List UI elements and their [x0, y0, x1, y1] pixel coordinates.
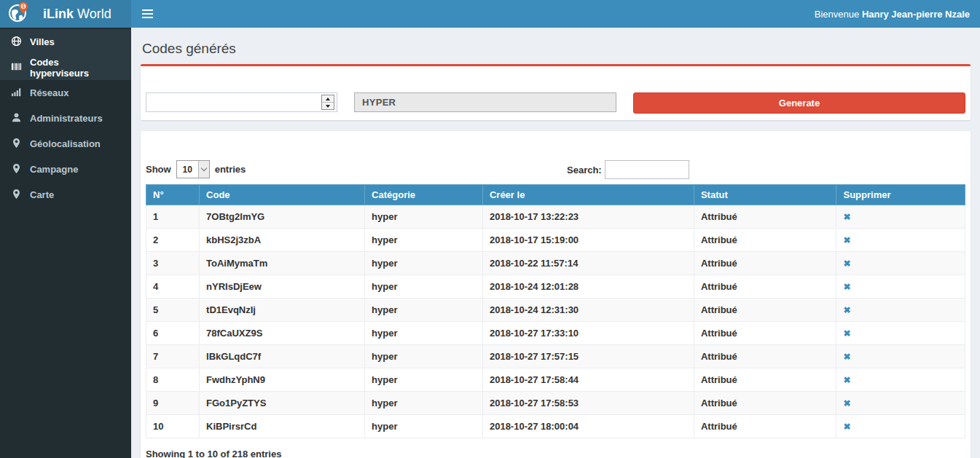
table-row: 7IBkGLqdC7fhyper2018-10-27 17:57:15Attri… [146, 345, 965, 368]
codes-table-body: 17OBtg2lmYGhyper2018-10-17 13:22:23Attri… [146, 205, 965, 438]
sidebar-item-label: Codes hyperviseurs [30, 57, 120, 79]
sidebar-item-codes-hyperviseurs[interactable]: Codes hyperviseurs [0, 55, 131, 80]
created-cell: 2018-10-27 17:58:44 [482, 368, 694, 392]
table-row: 4nYRIsDjEewhyper2018-10-24 12:01:28Attri… [146, 275, 965, 299]
delete-icon[interactable]: ✖ [843, 258, 850, 269]
code-cell: ToAiMymaTm [200, 252, 365, 275]
navbar: Bienvenue Hanry Jean-pierre Nzale [131, 0, 980, 28]
delete-icon[interactable]: ✖ [843, 375, 850, 385]
category-cell: hyper [365, 299, 483, 322]
quantity-input[interactable] [146, 92, 337, 112]
delete-cell: ✖ [836, 415, 965, 438]
sidebar-item-label: Géolocalisation [30, 138, 101, 149]
table-header-row: N° Code Catégorie Créer le Statut Suppri… [146, 185, 965, 205]
category-cell: hyper [365, 252, 483, 275]
code-cell: tD1EvqNzIj [200, 299, 365, 322]
sidebar-item-label: Villes [30, 36, 55, 47]
status-cell: Attribué [694, 368, 836, 392]
page-length-select[interactable]: 10 [176, 160, 210, 178]
barcode-icon [11, 61, 22, 74]
status-cell: Attribué [694, 299, 836, 322]
table-row: 8FwdhzYphN9hyper2018-10-27 17:58:44Attri… [146, 368, 965, 392]
category-field [354, 92, 616, 112]
delete-cell: ✖ [836, 205, 965, 229]
page-title: Codes générés [142, 41, 971, 57]
created-cell: 2018-10-24 12:31:30 [482, 299, 694, 322]
row-number-cell: 5 [146, 299, 200, 322]
sidebar-item-geolocalisation[interactable]: Géolocalisation [0, 131, 131, 157]
table-row: 9FGo1PyZTYShyper2018-10-27 17:58:53Attri… [146, 392, 965, 415]
chevron-down-icon [198, 161, 209, 178]
user-icon [11, 112, 22, 125]
status-cell: Attribué [694, 275, 836, 299]
code-cell: FwdhzYphN9 [200, 368, 365, 392]
code-cell: 7OBtg2lmYG [200, 205, 365, 229]
table-footer: Showing 1 to 10 of 218 entries Previous1… [146, 449, 965, 458]
created-cell: 2018-10-22 11:57:14 [482, 252, 694, 275]
delete-cell: ✖ [836, 392, 965, 415]
created-cell: 2018-10-24 12:01:28 [482, 275, 694, 299]
table-row: 2kbHS2j3zbAhyper2018-10-17 15:19:00Attri… [146, 229, 965, 252]
sidebar-item-campagne[interactable]: Campagne [0, 157, 131, 182]
sidebar-item-villes[interactable]: Villes [0, 29, 131, 55]
status-cell: Attribué [694, 229, 836, 252]
row-number-cell: 8 [146, 368, 200, 392]
created-cell: 2018-10-27 17:33:10 [482, 322, 694, 345]
delete-cell: ✖ [836, 275, 965, 299]
status-cell: Attribué [694, 322, 836, 345]
search-label: Search: [567, 165, 602, 175]
map-marker-icon [11, 138, 22, 151]
code-cell: FGo1PyZTYS [200, 392, 365, 415]
app-title: iLink World [43, 7, 111, 22]
sidebar-toggle-button[interactable] [131, 0, 164, 28]
top-bar: $ iLink World Bienvenue Hanry Jean-pierr… [0, 0, 980, 28]
app-logo[interactable]: $ iLink World [0, 0, 131, 28]
delete-cell: ✖ [836, 229, 965, 252]
delete-cell: ✖ [836, 299, 965, 322]
created-cell: 2018-10-27 17:57:15 [482, 345, 694, 368]
sidebar-item-label: Administrateurs [30, 113, 103, 124]
sidebar-item-reseaux[interactable]: Réseaux [0, 80, 131, 106]
delete-icon[interactable]: ✖ [843, 212, 850, 222]
delete-icon[interactable]: ✖ [843, 305, 850, 315]
delete-icon[interactable]: ✖ [843, 398, 850, 408]
welcome-message: Bienvenue Hanry Jean-pierre Nzale [815, 9, 980, 20]
generate-button[interactable]: Generate [633, 92, 965, 114]
sidebar-item-carte[interactable]: Carte [0, 182, 131, 208]
show-label: Show [146, 164, 171, 175]
category-cell: hyper [365, 229, 483, 252]
globe-icon [11, 36, 22, 49]
delete-icon[interactable]: ✖ [843, 282, 850, 292]
sidebar-item-label: Réseaux [30, 87, 68, 98]
row-number-cell: 2 [146, 229, 200, 252]
content-area: Codes générés Generate Show 10 entri [131, 28, 980, 458]
delete-icon[interactable]: ✖ [843, 422, 850, 432]
code-cell: kbHS2j3zbA [200, 229, 365, 252]
delete-cell: ✖ [836, 368, 965, 392]
code-cell: KiBPirsrCd [200, 415, 365, 438]
created-cell: 2018-10-27 18:00:04 [482, 415, 694, 438]
status-cell: Attribué [694, 415, 836, 438]
sidebar-item-label: Carte [30, 189, 54, 200]
status-cell: Attribué [694, 205, 836, 229]
category-cell: hyper [365, 275, 483, 299]
header-num: N° [146, 185, 200, 205]
delete-cell: ✖ [836, 322, 965, 345]
delete-icon[interactable]: ✖ [843, 235, 850, 245]
search-input[interactable] [605, 160, 689, 179]
created-cell: 2018-10-27 17:58:53 [482, 392, 694, 415]
delete-icon[interactable]: ✖ [843, 352, 850, 362]
table-row: 17OBtg2lmYGhyper2018-10-17 13:22:23Attri… [146, 205, 965, 229]
spinner-up-button[interactable] [322, 95, 334, 102]
sidebar-item-administrateurs[interactable]: Administrateurs [0, 106, 131, 131]
created-cell: 2018-10-17 13:22:23 [482, 205, 694, 229]
delete-icon[interactable]: ✖ [843, 328, 850, 339]
table-row: 3ToAiMymaTmhyper2018-10-22 11:57:14Attri… [146, 252, 965, 275]
category-cell: hyper [365, 415, 483, 438]
spinner-down-button[interactable] [322, 102, 334, 109]
entries-info: Showing 1 to 10 of 218 entries [146, 449, 281, 458]
category-cell: hyper [365, 368, 483, 392]
table-row: 5tD1EvqNzIjhyper2018-10-24 12:31:30Attri… [146, 299, 965, 322]
svg-text:$: $ [22, 4, 25, 9]
map-marker-icon [11, 189, 22, 202]
